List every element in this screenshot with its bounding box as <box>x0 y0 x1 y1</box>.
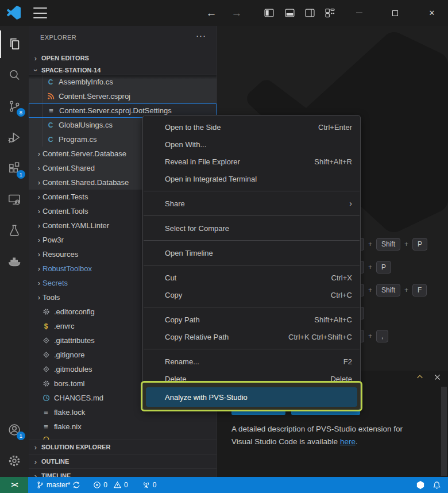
panel-close-icon[interactable] <box>432 372 442 382</box>
section-open-editors[interactable]: › OPEN EDITORS <box>29 52 217 64</box>
vscode-logo-icon <box>7 6 21 20</box>
section-solution-explorer[interactable]: › SOLUTION EXPLORER <box>29 440 217 454</box>
menu-item-copy-relative-path[interactable]: Copy Relative PathCtrl+K Ctrl+Shift+C <box>143 328 360 345</box>
branch-label: master* <box>47 481 70 489</box>
section-timeline[interactable]: › TIMELINE <box>29 468 217 477</box>
explorer-icon[interactable] <box>0 30 29 58</box>
status-bar: >< master* 0 0 0 C# <box>0 477 448 493</box>
extensions-icon[interactable]: 1 <box>0 155 29 182</box>
more-actions-icon[interactable]: ··· <box>196 30 206 40</box>
chevron-right-icon: › <box>36 207 43 215</box>
file-label: Content.YAMLLinter <box>43 221 109 230</box>
docker-icon[interactable] <box>0 248 29 275</box>
remote-explorer-icon[interactable] <box>0 186 29 213</box>
search-icon[interactable] <box>0 61 29 89</box>
tree-item-partial[interactable] <box>29 434 217 440</box>
settings-gear-icon[interactable] <box>0 447 29 475</box>
ports-count: 0 <box>153 481 157 489</box>
csharp-devkit-indicator[interactable]: C# <box>412 480 429 490</box>
tree-item-flake.nix[interactable]: ≡flake.nix <box>29 419 217 434</box>
menu-icon[interactable] <box>33 7 47 18</box>
keycap-,: , <box>376 330 388 342</box>
menu-item-open-with[interactable]: Open With... <box>143 136 360 153</box>
chevron-right-icon: › <box>36 279 43 287</box>
git-file-icon <box>41 337 51 344</box>
panel-maximize-chevron-icon[interactable] <box>415 372 425 382</box>
partial-keycap <box>361 330 364 342</box>
remote-indicator[interactable]: >< <box>0 477 28 493</box>
chevron-right-icon: › <box>36 250 43 259</box>
chevron-right-icon: › <box>36 221 43 230</box>
list-file-icon: ≡ <box>47 106 56 115</box>
clock-file-icon <box>41 394 51 402</box>
file-label: Pow3r <box>43 236 64 244</box>
menu-item-open-in-integrated-terminal[interactable]: Open in Integrated Terminal <box>143 170 360 187</box>
error-icon <box>93 481 101 489</box>
file-label: RobustToolbox <box>43 264 92 273</box>
csharp-hexagon-icon: C# <box>415 480 426 490</box>
file-label: .gitattributes <box>54 336 95 345</box>
toggle-sidebar-left-icon[interactable] <box>264 8 274 18</box>
chevron-right-icon: › <box>36 178 43 187</box>
section-outline[interactable]: › OUTLINE <box>29 454 217 468</box>
menu-item-copy-path[interactable]: Copy PathShift+Alt+C <box>143 311 360 328</box>
menu-item-label: Copy Relative Path <box>165 333 288 341</box>
menu-item-label: Delete <box>165 375 330 383</box>
sidebar-header: EXPLORER ··· <box>29 26 217 52</box>
close-button[interactable]: ✕ <box>419 0 445 26</box>
list-file-icon: ≡ <box>41 422 51 431</box>
toggle-sidebar-right-icon[interactable] <box>305 8 315 18</box>
file-label: flake.nix <box>54 422 82 431</box>
menu-item-shortcut: Shift+Alt+C <box>314 315 352 324</box>
menu-item-label: Share <box>165 199 349 208</box>
menu-item-label: Open in Integrated Terminal <box>165 175 352 183</box>
chevron-right-icon: › <box>36 293 43 302</box>
file-label: Tools <box>43 293 60 302</box>
menu-item-cut[interactable]: CutCtrl+X <box>143 269 360 286</box>
menu-item-share[interactable]: Share› <box>143 195 360 212</box>
problems-indicator[interactable]: 0 0 <box>90 477 131 493</box>
menu-item-select-for-compare[interactable]: Select for Compare <box>143 219 360 237</box>
notifications-bell-icon[interactable] <box>429 481 448 490</box>
panel-scrollbar[interactable] <box>441 387 447 476</box>
menu-item-analyze-with-pvs-studio[interactable]: Analyze with PVS-Studio <box>146 387 357 407</box>
menu-item-open-timeline[interactable]: Open Timeline <box>143 244 360 261</box>
accounts-icon[interactable]: 1 <box>0 416 29 444</box>
ports-indicator[interactable]: 0 <box>138 477 160 493</box>
here-link[interactable]: here <box>340 437 356 446</box>
csharp-file-icon: C <box>46 121 55 129</box>
panel-description: A detailed description of PVS-Studio ext… <box>231 423 434 448</box>
plus-separator: + <box>368 240 372 248</box>
csharp-file-icon: C <box>46 136 55 144</box>
chevron-right-icon: › <box>36 192 43 201</box>
watermark-shortcut-row: +P <box>361 261 391 274</box>
run-and-debug-icon[interactable] <box>0 124 29 151</box>
keycap-Shift: Shift <box>376 238 400 251</box>
menu-separator <box>144 349 360 349</box>
file-label: Content.Server.Database <box>43 149 126 158</box>
tree-item-Content.Server.csproj[interactable]: Content.Server.csproj <box>29 89 217 103</box>
menu-item-label: Open With... <box>165 140 352 149</box>
file-label: Content.Tests <box>43 192 88 201</box>
customize-layout-icon[interactable] <box>325 8 335 18</box>
toggle-panel-icon[interactable] <box>285 8 295 18</box>
minimize-button[interactable] <box>346 0 372 26</box>
menu-item-copy[interactable]: CopyCtrl+C <box>143 286 360 303</box>
testing-icon[interactable] <box>0 217 29 244</box>
branch-indicator[interactable]: master* <box>33 477 84 493</box>
sidebar-title: EXPLORER <box>40 34 76 41</box>
menu-item-delete[interactable]: DeleteDelete <box>143 370 360 387</box>
navigate-back-icon[interactable]: ← <box>202 0 221 26</box>
partial-keycap <box>361 238 364 251</box>
source-control-icon[interactable]: 8 <box>0 93 29 120</box>
maximize-button[interactable] <box>382 0 408 26</box>
chevron-down-icon: › <box>32 67 40 74</box>
navigate-forward-icon[interactable]: → <box>227 0 246 26</box>
menu-item-reveal-in-file-explorer[interactable]: Reveal in File ExplorerShift+Alt+R <box>143 153 360 170</box>
section-label: SPACE-STATION-14 <box>41 67 101 74</box>
file-label: bors.toml <box>54 379 84 388</box>
file-label: Content.Shared <box>43 164 95 172</box>
menu-item-open-to-the-side[interactable]: Open to the SideCtrl+Enter <box>143 118 360 136</box>
watermark-shortcut-row: +, <box>361 330 388 342</box>
menu-item-rename[interactable]: Rename...F2 <box>143 353 360 370</box>
